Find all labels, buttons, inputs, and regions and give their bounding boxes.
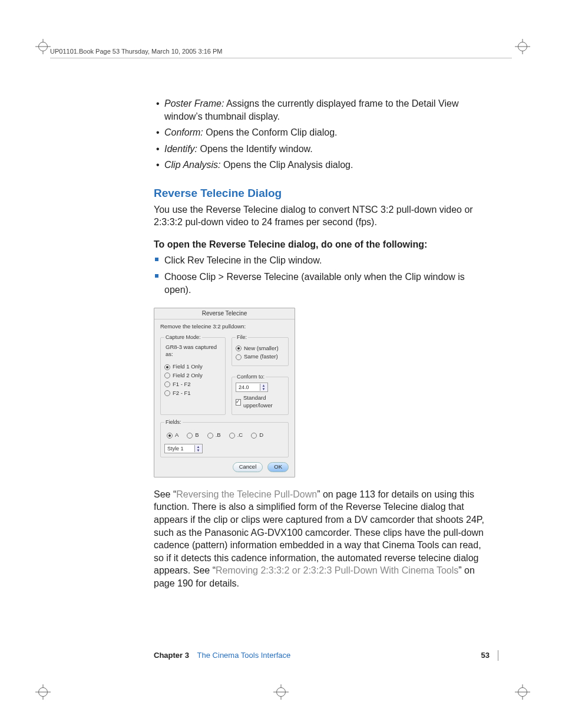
text: ” on page 113 for details on using this … — [154, 489, 484, 576]
radio-icon — [167, 433, 173, 439]
dialog-subtitle: Remove the telecine 3:2 pulldown: — [160, 323, 289, 331]
radio-icon — [251, 433, 257, 439]
cancel-button[interactable]: Cancel — [233, 462, 263, 472]
checkbox-label: Standard upper/lower — [243, 394, 285, 410]
capture-field1-radio[interactable]: Field 1 Only — [164, 363, 222, 371]
desc-identify: Opens the Identify window. — [197, 144, 313, 154]
conform-legend: Conform to: — [236, 373, 266, 380]
desc-conform: Opens the Conform Clip dialog. — [203, 127, 338, 137]
crop-mark-icon — [276, 687, 286, 697]
radio-icon — [164, 364, 170, 370]
list-item: Identify: Opens the Identify window. — [164, 143, 490, 156]
radio-icon — [236, 345, 242, 351]
fields-a-radio[interactable]: A — [167, 431, 178, 439]
radio-label: D — [259, 431, 263, 439]
ok-button[interactable]: OK — [267, 462, 289, 472]
radio-label: New (smaller) — [244, 345, 279, 353]
list-item: Clip Analysis: Opens the Clip Analysis d… — [164, 159, 490, 172]
conform-stepper[interactable]: 24.0 ▲▼ — [236, 383, 268, 392]
steps-list: Click Rev Telecine in the Clip window. C… — [154, 254, 490, 296]
radio-icon — [164, 390, 170, 396]
link-reversing-telecine[interactable]: Reversing the Telecine Pull-Down — [176, 489, 317, 499]
radio-icon — [207, 433, 213, 439]
crop-mark-icon — [38, 687, 48, 697]
file-group: File: New (smaller) Same (faster) — [232, 334, 289, 366]
radio-icon — [164, 381, 170, 387]
list-item: Conform: Opens the Conform Clip dialog. — [164, 126, 490, 139]
footer-chapter-number: Chapter 3 — [154, 651, 189, 660]
crop-mark-icon — [38, 41, 48, 52]
capture-mode-group: Capture Mode: GR8-3 was captured as: Fie… — [160, 334, 226, 415]
conform-group: Conform to: 24.0 ▲▼ Standard upper/lower — [232, 373, 289, 415]
list-item: Poster Frame: Assigns the currently disp… — [164, 97, 490, 123]
stepper-arrows-icon: ▲▼ — [260, 384, 267, 391]
radio-label: .C — [237, 431, 243, 439]
radio-label: F2 - F1 — [173, 390, 191, 397]
file-new-radio[interactable]: New (smaller) — [236, 345, 285, 353]
fields-d-radio[interactable]: D — [251, 431, 263, 439]
fields-c-radio[interactable]: .C — [229, 431, 243, 439]
term-clip-analysis: Clip Analysis: — [164, 160, 220, 170]
radio-label: A — [175, 431, 178, 439]
term-poster-frame: Poster Frame: — [164, 98, 224, 108]
standard-upper-lower-checkbox[interactable]: Standard upper/lower — [236, 394, 285, 410]
radio-icon — [164, 373, 170, 378]
text: See “ — [154, 489, 176, 499]
section-intro: You use the Reverse Telecine dialog to c… — [154, 203, 490, 229]
capture-f2f1-radio[interactable]: F2 - F1 — [164, 390, 222, 397]
fields-legend: Fields: — [164, 419, 183, 426]
radio-icon — [187, 433, 193, 439]
step-item: Click Rev Telecine in the Clip window. — [164, 254, 490, 267]
radio-label: Same (faster) — [244, 353, 278, 361]
header-underline — [50, 58, 512, 58]
radio-label: F1 - F2 — [173, 381, 191, 388]
page-header-line: UP01101.Book Page 53 Thursday, March 10,… — [50, 47, 223, 56]
how-to-open-label: To open the Reverse Telecine dialog, do … — [154, 238, 490, 251]
footer-chapter-title: The Cinema Tools Interface — [197, 651, 291, 660]
file-same-radio[interactable]: Same (faster) — [236, 353, 285, 361]
dialog-title: Reverse Telecine — [154, 308, 295, 319]
feature-list: Poster Frame: Assigns the currently disp… — [154, 97, 490, 172]
term-identify: Identify: — [164, 144, 197, 154]
crop-mark-icon — [517, 41, 528, 52]
fields-bb-radio[interactable]: .B — [207, 431, 221, 439]
radio-label: Field 1 Only — [173, 363, 203, 371]
stepper-arrows-icon: ▲▼ — [194, 445, 202, 452]
capture-mode-legend: Capture Mode: — [164, 334, 202, 341]
section-heading: Reverse Telecine Dialog — [154, 186, 490, 201]
page-footer: Chapter 3 The Cinema Tools Interface 53 — [154, 650, 498, 661]
radio-label: Field 2 Only — [173, 372, 203, 380]
style-stepper[interactable]: Style 1 ▲▼ — [164, 444, 203, 453]
radio-label: B — [195, 431, 199, 439]
link-removing-pulldown[interactable]: Removing 2:3:3:2 or 2:3:2:3 Pull-Down Wi… — [216, 565, 458, 575]
radio-icon — [229, 433, 235, 439]
fields-group: Fields: A B .B .C D Style 1 ▲▼ — [160, 419, 289, 457]
crop-mark-icon — [517, 687, 528, 697]
after-dialog-paragraph: See “Reversing the Telecine Pull-Down” o… — [154, 488, 490, 590]
step-item: Choose Clip > Reverse Telecine (availabl… — [164, 271, 490, 296]
style-value: Style 1 — [165, 445, 194, 452]
capture-f1f2-radio[interactable]: F1 - F2 — [164, 381, 222, 388]
file-legend: File: — [236, 334, 248, 341]
radio-label: .B — [216, 431, 221, 439]
footer-page-number: 53 — [481, 650, 490, 661]
conform-value: 24.0 — [236, 384, 260, 391]
desc-clip-analysis: Opens the Clip Analysis dialog. — [220, 160, 353, 170]
checkbox-icon — [236, 399, 241, 406]
capture-desc: GR8-3 was captured as: — [166, 344, 222, 359]
reverse-telecine-dialog: Reverse Telecine Remove the telecine 3:2… — [154, 308, 295, 477]
radio-icon — [236, 354, 242, 360]
fields-b-radio[interactable]: B — [187, 431, 199, 439]
term-conform: Conform: — [164, 127, 203, 137]
capture-field2-radio[interactable]: Field 2 Only — [164, 372, 222, 380]
